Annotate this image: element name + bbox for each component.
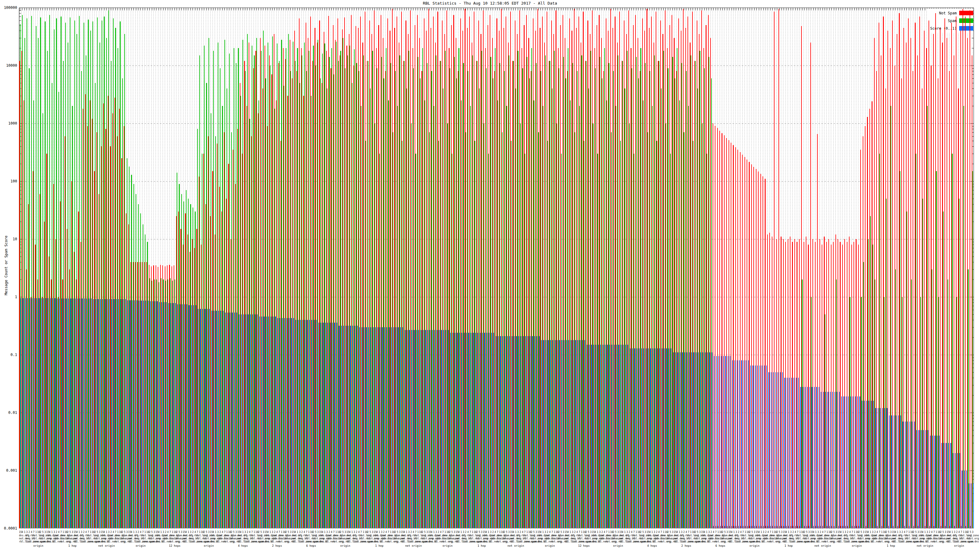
x-tick-label: org.bl [189, 537, 196, 540]
bar-group [369, 8, 371, 528]
x-tick-label: bl.net [708, 540, 714, 543]
x-tick-label: rbl.net [360, 537, 367, 540]
x-tick-label: list.org [803, 537, 810, 540]
x-tick-label: org.rbl [394, 540, 401, 543]
x-tick-number: 2 [449, 531, 451, 534]
x-tick-number: 4 [321, 531, 323, 534]
x-tick-label: dns.bl [46, 540, 53, 543]
x-tick-label: rbl.list [73, 540, 80, 543]
x-tick-number: 5 [560, 531, 562, 534]
bar-not-spam [724, 135, 725, 528]
x-tick-label: zone.bl [769, 534, 776, 537]
x-tick-number: 1 [624, 531, 626, 534]
x-tick-label: spam.net [67, 534, 73, 537]
x-tick-label: rbl.spam [920, 534, 926, 537]
bar-group [717, 8, 719, 528]
bar-group [189, 8, 192, 528]
bar-group [62, 8, 64, 528]
x-suffix-word: 1 hop [477, 544, 486, 547]
x-tick-label: rbl.spam [538, 534, 544, 537]
x-label-row: 1541324711025315413247110253154132471102… [19, 531, 974, 534]
x-tick-label: list.zone [626, 540, 633, 543]
x-tick-label: spam.net [722, 534, 728, 537]
x-tick-number: 2 [110, 531, 112, 534]
bar-group [392, 8, 394, 528]
x-tick-number: 15 [510, 531, 512, 534]
x-tick-number: 4 [767, 531, 769, 534]
x-tick-label: dns.org [892, 534, 899, 537]
x-tick-label: bl.rbl [463, 534, 469, 537]
bar-group [765, 8, 767, 528]
bar-group [710, 8, 712, 528]
bar-group [571, 8, 574, 528]
bar-group [455, 8, 458, 528]
x-tick-number: 2 [328, 531, 331, 534]
x-tick-number: 4 [658, 531, 660, 534]
x-tick-label: spam.dns [967, 540, 974, 543]
x-tick-number: 1 [951, 531, 953, 534]
bar-group [447, 8, 449, 528]
x-tick-label: org.bl [844, 537, 851, 540]
x-tick-label: spam.list [708, 537, 714, 540]
x-tick-number: 5 [96, 531, 98, 534]
x-tick-number: 2 [492, 531, 494, 534]
x-tick-number: 10 [364, 531, 367, 534]
bar-group [731, 8, 733, 528]
x-tick-number: 1 [635, 531, 637, 534]
bar-group [444, 8, 446, 528]
bar-group [137, 8, 139, 528]
x-tick-number: 2 [121, 531, 123, 534]
x-tick-label: zone.spam [305, 540, 312, 543]
bar-not-spam [742, 155, 743, 528]
x-tick-number: 3 [844, 531, 846, 534]
bar-group [940, 8, 942, 528]
x-tick-number: 3 [353, 531, 355, 534]
x-tick-number: 3 [544, 531, 546, 534]
x-tick-number: 3 [753, 531, 756, 534]
bar-group [469, 8, 471, 528]
x-suffix-word: 6 hops [306, 544, 317, 547]
bar-group [690, 8, 692, 528]
bar-group [951, 8, 953, 528]
x-tick-number: 5 [751, 531, 753, 534]
bar-group [269, 8, 271, 528]
x-tick-label: zone.rbl [865, 537, 872, 540]
bar-group [908, 8, 910, 528]
bar-group [514, 8, 517, 528]
x-tick-label: zone.bl [169, 534, 176, 537]
bar-group [210, 8, 212, 528]
x-tick-number: 15 [428, 531, 430, 534]
bar-group [554, 8, 555, 528]
x-tick-label: bl.rbl [26, 534, 32, 537]
bar-not-spam [856, 239, 856, 528]
x-tick-label: org.rbl [340, 540, 346, 543]
x-suffix-word: net origin [98, 544, 115, 547]
x-tick-number: 4 [813, 531, 815, 534]
x-tick-label: net.list [469, 534, 476, 537]
bar-group [524, 8, 526, 528]
bar-group [21, 8, 23, 528]
x-tick-label: spam.dns [422, 540, 428, 543]
x-tick-label: list.dns [162, 534, 169, 537]
x-tick-label: bl.rbl [244, 534, 251, 537]
bar-group [671, 8, 674, 528]
x-tick-label: rbl.net [469, 537, 476, 540]
x-tick-number: 7 [87, 531, 89, 534]
x-tick-label: org.zone [858, 534, 865, 537]
bar-not-spam [713, 123, 713, 528]
x-tick-label: spam.net [394, 534, 401, 537]
x-tick-number: 10 [228, 531, 230, 534]
x-tick-label: spam.net [230, 534, 237, 537]
bar-group [846, 8, 849, 528]
bar-group [487, 8, 489, 528]
x-tick-label: zone.rbl [538, 537, 544, 540]
x-tick-number: 4 [512, 531, 514, 534]
bar-group [915, 8, 917, 528]
bar-group [808, 8, 810, 528]
x-tick-label: dns.zone [224, 537, 230, 540]
bar-group [89, 8, 92, 528]
x-tick-label: org.zone [640, 534, 646, 537]
bar-group [410, 8, 412, 528]
y-tick-label: 10000 [0, 64, 17, 67]
x-tick-label: zone.rbl [483, 537, 489, 540]
